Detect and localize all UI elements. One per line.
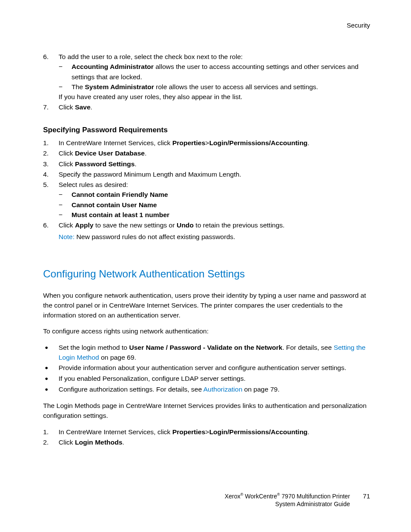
paragraph: The Login Methods page in CentreWare Int… (43, 401, 370, 421)
bullet-body: Provide information about your authentic… (59, 363, 370, 373)
sublist-item: − Cannot contain User Name (59, 200, 370, 210)
list-item: 2. Click Device User Database. (43, 148, 370, 158)
list-body: Click Device User Database. (59, 148, 370, 158)
bold-text: Login Methods (75, 439, 122, 446)
bold-text: Cannot contain User Name (72, 201, 157, 208)
text: to save the new settings or (93, 221, 177, 229)
text: Specify the password Minimum Length and … (59, 171, 241, 178)
list-password: 1. In CentreWare Internet Services, clic… (43, 138, 370, 230)
text: role allows the user to access all servi… (154, 83, 318, 90)
text: . (90, 103, 92, 111)
sublist-item: − The System Administrator role allows t… (59, 82, 370, 92)
text: Select rules as desired: (59, 181, 128, 188)
bullet-icon: ● (43, 384, 59, 395)
bullet-body: If you enabled Personalization, configur… (59, 373, 370, 384)
list-number: 1. (43, 138, 59, 148)
dash-icon: − (59, 190, 72, 199)
bold-text: Undo (177, 221, 194, 229)
text: . (135, 160, 137, 168)
list-number: 7. (43, 102, 59, 112)
bold-text: Must contain at least 1 number (72, 211, 169, 218)
text: . For details, see (282, 344, 333, 351)
text: Click (59, 221, 75, 229)
bold-text: Properties (172, 428, 206, 436)
list-body: Select rules as desired: − Cannot contai… (59, 180, 370, 220)
dash-icon: − (59, 210, 72, 220)
bold-text: Device User Database (75, 149, 145, 157)
bullet-item: ● Set the login method to User Name / Pa… (43, 342, 370, 363)
list-roles: 6. To add the user to a role, select the… (43, 52, 370, 112)
registered-icon: ® (240, 492, 243, 497)
text: on page 79. (243, 386, 280, 393)
note: Note: New password rules do not affect e… (59, 232, 370, 242)
text: The (72, 83, 85, 90)
footer-brand-1: Xerox (224, 492, 240, 499)
header-section-label: Security (347, 21, 370, 31)
footer-text: Xerox® WorkCentre® 7970 Multifunction Pr… (224, 492, 350, 508)
list-item: 7. Click Save. (43, 102, 370, 112)
content: 6. To add the user to a role, select the… (43, 52, 370, 447)
text: If you enabled Personalization, configur… (59, 375, 246, 382)
list-number: 2. (43, 437, 59, 447)
list-item: 6. To add the user to a role, select the… (43, 52, 370, 102)
page-number: 71 (363, 492, 370, 501)
sub-body: Must contain at least 1 number (72, 210, 169, 220)
sublist-item: − Accounting Administrator allows the us… (59, 62, 370, 82)
footer-guide: System Administrator Guide (224, 500, 350, 508)
sublist: − Accounting Administrator allows the us… (59, 62, 370, 92)
bold-text: Login/Permissions/Accounting (209, 428, 308, 436)
footer: Xerox® WorkCentre® 7970 Multifunction Pr… (224, 492, 370, 508)
list-body: Click Login Methods. (59, 437, 370, 447)
bold-text: Apply (75, 221, 93, 229)
footer-brand-2: WorkCentre (243, 492, 277, 499)
list-number: 6. (43, 220, 59, 230)
link-authorization[interactable]: Authorization (203, 386, 242, 393)
note-label: Note: (59, 233, 75, 240)
heading-network-auth: Configuring Network Authentication Setti… (43, 266, 370, 282)
text: Click (59, 149, 75, 157)
bullet-icon: ● (43, 373, 59, 384)
bullet-icon: ● (43, 342, 59, 363)
list-item: 5. Select rules as desired: − Cannot con… (43, 180, 370, 220)
text: . (308, 139, 309, 146)
bold-text: Cannot contain Friendly Name (72, 191, 168, 198)
text: If you have created any user roles, they… (59, 92, 370, 102)
bullet-item: ● If you enabled Personalization, config… (43, 373, 370, 384)
text: . (308, 428, 309, 436)
bold-text: Properties (172, 139, 206, 146)
list-body: In CentreWare Internet Services, click P… (59, 427, 370, 437)
text: Click (59, 439, 75, 446)
text: In CentreWare Internet Services, click (59, 139, 172, 146)
section-title-password: Specifying Password Requirements (43, 124, 370, 136)
text: on page 69. (99, 354, 136, 361)
list-body: In CentreWare Internet Services, click P… (59, 138, 370, 148)
bold-text: System Administrator (85, 83, 154, 90)
sub-body: Cannot contain Friendly Name (72, 190, 168, 199)
bullet-body: Set the login method to User Name / Pass… (59, 342, 370, 363)
list-body: Click Apply to save the new settings or … (59, 220, 370, 230)
list-number: 1. (43, 427, 59, 437)
list-item: 1. In CentreWare Internet Services, clic… (43, 427, 370, 437)
bullet-list: ● Set the login method to User Name / Pa… (43, 342, 370, 395)
list-body: Click Save. (59, 102, 370, 112)
dash-icon: − (59, 82, 72, 92)
bold-text: Password Settings (75, 160, 135, 168)
bullet-icon: ● (43, 363, 59, 373)
dash-icon: − (59, 62, 72, 82)
list-body: Specify the password Minimum Length and … (59, 169, 370, 179)
list-login-methods: 1. In CentreWare Internet Services, clic… (43, 427, 370, 448)
list-item: 2. Click Login Methods. (43, 437, 370, 447)
text: Click (59, 103, 75, 111)
bullet-body: Configure authorization settings. For de… (59, 384, 370, 395)
gt: > (206, 428, 209, 436)
list-body: To add the user to a role, select the ch… (59, 52, 370, 102)
list-number: 5. (43, 180, 59, 220)
text: . (145, 149, 146, 157)
sublist-item: − Cannot contain Friendly Name (59, 190, 370, 199)
text: To add the user to a role, select the ch… (59, 53, 243, 60)
list-number: 3. (43, 159, 59, 169)
bold-text: Accounting Administrator (72, 63, 154, 70)
bullet-item: ● Provide information about your authent… (43, 363, 370, 373)
note-text: New password rules do not affect existin… (75, 233, 235, 240)
list-number: 4. (43, 169, 59, 179)
